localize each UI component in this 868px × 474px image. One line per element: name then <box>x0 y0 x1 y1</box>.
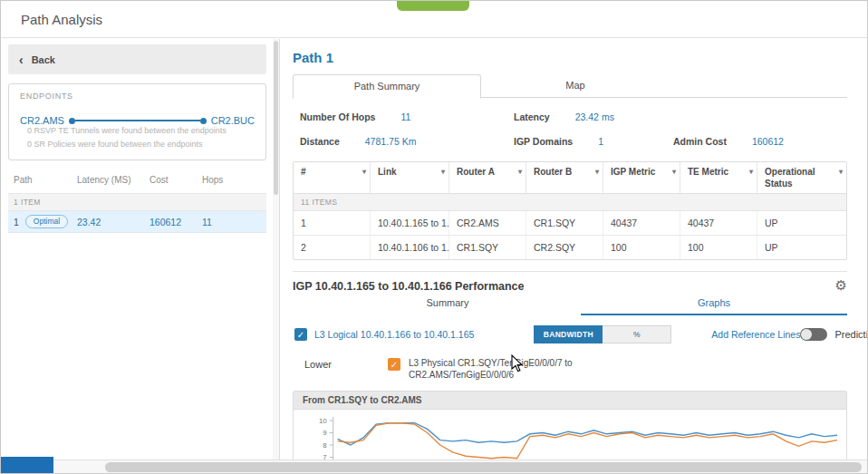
path-latency: 23.42 <box>77 217 149 227</box>
check-icon: ✓ <box>391 360 398 370</box>
endpoints-path-visual: CR2.AMS CR2.BUC <box>20 115 255 126</box>
path-stats: Number Of Hops 11 Latency 23.42 ms Dista… <box>300 111 845 147</box>
performance-tabbar: Summary Graphs <box>314 294 847 315</box>
links-table: #▾ Link▾ Router A▾ Router B▾ IGP Metric▾… <box>293 161 847 260</box>
performance-chart: 109876Gbps <box>294 410 846 459</box>
l3-physical-label: L3 Physical CR1.SQY/TenGigE0/0/0/7 to CR… <box>409 357 576 381</box>
check-icon: ✓ <box>297 330 304 340</box>
endpoints-label: ENDPOINTS <box>20 92 255 101</box>
optimal-badge: Optimal <box>25 215 68 228</box>
top-green-tab[interactable] <box>397 1 469 11</box>
chevron-down-icon[interactable]: ▾ <box>362 168 366 177</box>
paths-table-header: Path Latency (MS) Cost Hops <box>8 175 266 193</box>
chevron-down-icon[interactable]: ▾ <box>839 168 843 177</box>
col-link[interactable]: Link▾ <box>371 162 449 194</box>
prediction-toggle[interactable] <box>800 328 827 341</box>
left-panel: ‹ Back ENDPOINTS CR2.AMS CR2.BUC 0 RSVP … <box>1 39 280 459</box>
col-igp-metric[interactable]: IGP Metric▾ <box>603 162 680 194</box>
col-hops: Hops <box>202 175 266 185</box>
col-te-metric[interactable]: TE Metric▾ <box>680 162 757 194</box>
path-analysis-window: Path Analysis ‹ Back ENDPOINTS CR2.AMS C… <box>0 0 868 474</box>
endpoint-to-dot <box>200 118 207 124</box>
path-title: Path 1 <box>293 50 847 65</box>
chevron-down-icon[interactable]: ▾ <box>672 168 676 177</box>
lower-label: Lower <box>304 357 332 370</box>
horizontal-scrollbar-thumb[interactable] <box>105 462 862 472</box>
app-header: Path Analysis <box>1 1 867 38</box>
bandwidth-button[interactable]: BANDWIDTH <box>534 325 603 343</box>
back-button[interactable]: ‹ Back <box>8 44 266 74</box>
chevron-down-icon[interactable]: ▾ <box>518 168 522 177</box>
links-table-header: #▾ Link▾ Router A▾ Router B▾ IGP Metric▾… <box>294 162 846 194</box>
tab-path-summary[interactable]: Path Summary <box>293 74 481 99</box>
gear-icon[interactable]: ⚙ <box>835 278 847 292</box>
add-reference-lines-link[interactable]: Add Reference Lines <box>711 329 800 340</box>
stat-igp-domains: IGP Domains 1 <box>514 136 673 147</box>
links-count-band: 11 ITEMS <box>294 194 846 211</box>
main-panel: Path 1 Path Summary Map Number Of Hops 1… <box>280 39 867 459</box>
percent-button[interactable]: % <box>603 325 671 343</box>
rsvp-note: 0 RSVP TE Tunnels were found between the… <box>20 126 255 135</box>
stat-hops: Number Of Hops 11 <box>300 111 514 122</box>
l3-physical-checkbox[interactable]: ✓ <box>388 358 400 371</box>
page-title: Path Analysis <box>21 12 102 27</box>
l3-logical-label: L3 Logical 10.40.1.166 to 10.40.1.165 <box>314 329 474 340</box>
endpoint-from: CR2.AMS <box>20 115 64 126</box>
back-label: Back <box>32 54 55 65</box>
paths-count-band: 1 ITEM <box>8 193 266 211</box>
content-area: ‹ Back ENDPOINTS CR2.AMS CR2.BUC 0 RSVP … <box>1 39 867 459</box>
col-cost: Cost <box>149 175 202 185</box>
col-latency: Latency (MS) <box>77 175 149 185</box>
col-index[interactable]: #▾ <box>294 162 371 194</box>
left-panel-scrollbar-thumb[interactable] <box>274 41 278 195</box>
graph-controls: ✓ L3 Logical 10.40.1.166 to 10.40.1.165 … <box>293 325 847 343</box>
path-tabbar: Path Summary Map <box>293 74 847 98</box>
col-operational-status[interactable]: Operational Status▾ <box>757 162 846 194</box>
chevron-down-icon[interactable]: ▾ <box>749 168 753 177</box>
prediction-control: Prediction <box>800 328 867 341</box>
endpoint-to: CR2.BUC <box>211 115 255 126</box>
stat-distance: Distance 4781.75 Km <box>300 136 514 147</box>
back-chevron-icon: ‹ <box>19 53 24 66</box>
tab-summary[interactable]: Summary <box>314 294 581 315</box>
tab-graphs[interactable]: Graphs <box>581 294 847 315</box>
svg-text:8: 8 <box>323 441 327 450</box>
stat-latency: Latency 23.42 ms <box>514 111 673 122</box>
performance-section: IGP 10.40.1.165 to 10.40.1.166 Performan… <box>293 271 847 459</box>
endpoint-from-dot <box>69 118 75 124</box>
tab-map[interactable]: Map <box>481 74 670 97</box>
chart-title: From CR1.SQY to CR2.AMS <box>294 392 846 410</box>
l3-logical-checkbox[interactable]: ✓ <box>294 328 307 341</box>
path-hops: 11 <box>202 217 266 227</box>
svg-text:9: 9 <box>323 429 327 437</box>
path-row-selected[interactable]: 1 Optimal 23.42 160612 11 <box>8 211 266 233</box>
col-path: Path <box>14 175 77 185</box>
performance-title: IGP 10.40.1.165 to 10.40.1.166 Performan… <box>293 280 847 293</box>
sr-policy-note: 0 SR Policies were found between the end… <box>20 140 255 149</box>
path-number: 1 <box>14 217 19 227</box>
bottom-left-blue-element <box>1 457 53 473</box>
path-cost: 160612 <box>149 217 202 227</box>
link-row[interactable]: 2 10.40.1.106 to 1... CR1.SQY CR2.SQY 10… <box>294 236 846 259</box>
endpoint-connector-line <box>75 120 200 121</box>
col-router-b[interactable]: Router B▾ <box>526 162 603 194</box>
stat-admin-cost: Admin Cost 160612 <box>673 136 845 147</box>
chart-body: 109876Gbps <box>294 410 846 459</box>
unit-segmented-control: BANDWIDTH % <box>534 325 671 343</box>
toggle-knob <box>801 329 812 340</box>
performance-chart-card: From CR1.SQY to CR2.AMS 109876Gbps <box>293 391 847 459</box>
link-row[interactable]: 1 10.40.1.165 to 1... CR2.AMS CR1.SQY 40… <box>294 211 846 236</box>
svg-text:10: 10 <box>319 417 327 425</box>
chevron-down-icon[interactable]: ▾ <box>441 168 445 177</box>
horizontal-scrollbar[interactable] <box>1 459 867 473</box>
left-panel-scrollbar[interactable] <box>273 39 279 459</box>
path-cell: 1 Optimal <box>14 215 77 228</box>
prediction-label: Prediction <box>834 329 867 340</box>
chevron-down-icon[interactable]: ▾ <box>595 168 599 177</box>
endpoints-card: ENDPOINTS CR2.AMS CR2.BUC 0 RSVP TE Tunn… <box>8 83 266 160</box>
col-router-a[interactable]: Router A▾ <box>449 162 526 194</box>
lower-row: Lower ✓ L3 Physical CR1.SQY/TenGigE0/0/0… <box>293 357 847 381</box>
